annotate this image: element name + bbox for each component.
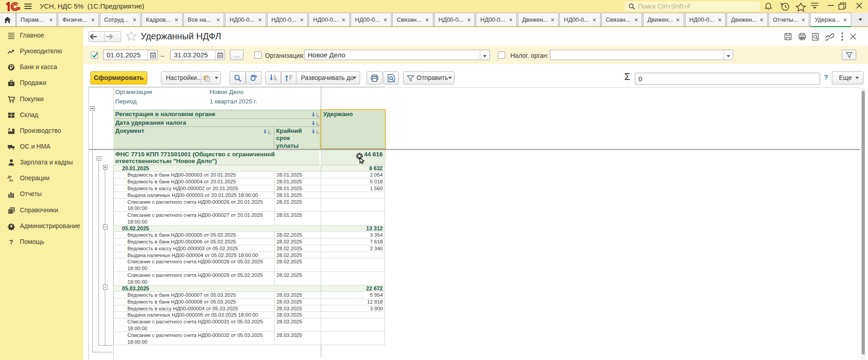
- svg-text:Кт: Кт: [9, 178, 14, 182]
- svg-text:?: ?: [9, 238, 14, 246]
